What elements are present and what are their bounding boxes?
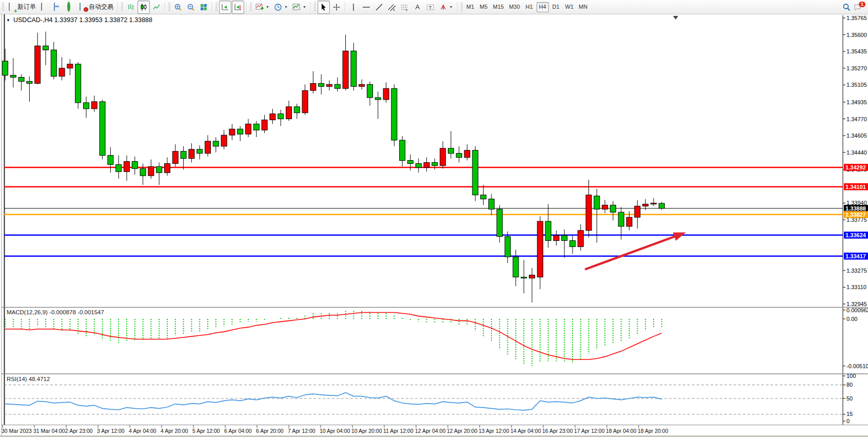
chart-shift-button[interactable] xyxy=(232,1,244,14)
vertical-line-icon xyxy=(349,3,358,11)
text-label-tool-button[interactable]: T xyxy=(424,1,437,14)
line-chart-mode-button[interactable] xyxy=(150,1,163,14)
zoom-out-icon xyxy=(187,3,195,11)
auto-trading-icon xyxy=(79,3,87,11)
toolbox-button[interactable] xyxy=(38,1,51,14)
trendline-tool-button[interactable] xyxy=(373,1,385,14)
price-tick-label: 1.32945 xyxy=(846,301,867,307)
bear-candle xyxy=(181,151,186,159)
timeframe-toolbar: M1M5M15M30H1H4D1W1MN xyxy=(464,2,589,12)
macd-axis-label: 0.00 xyxy=(846,316,857,322)
timeframe-D1[interactable]: D1 xyxy=(550,2,562,12)
market-watch-icon xyxy=(66,3,74,11)
price-tick-label: 1.35105 xyxy=(846,82,867,88)
indicators-caret: ▼ xyxy=(266,5,269,9)
new-order-icon: + xyxy=(8,3,16,11)
bear-candle xyxy=(351,51,357,86)
fibonacci-icon: F xyxy=(401,3,409,11)
bull-candle xyxy=(440,148,446,166)
time-axis-label: 4 Apr 20:00 xyxy=(161,428,188,434)
timeframe-M15[interactable]: M15 xyxy=(491,2,506,12)
timeframe-MN[interactable]: MN xyxy=(577,2,589,12)
chart-symbol-dropdown[interactable]: ▼ xyxy=(6,18,10,23)
fibonacci-tool-button[interactable]: F xyxy=(399,1,411,14)
bear-candle xyxy=(51,50,56,76)
arrows-tool-button[interactable]: ▼ xyxy=(437,1,455,14)
price-tick-label: 1.35765 xyxy=(846,15,867,21)
chart-window-icon xyxy=(53,3,62,11)
periods-button[interactable]: ▼ xyxy=(272,1,290,14)
svg-text:F: F xyxy=(406,9,408,11)
bear-candle xyxy=(3,61,8,75)
time-axis-label: 5 Apr 12:00 xyxy=(192,428,220,434)
price-tick-label: 1.34935 xyxy=(846,99,867,105)
arrows-caret: ▼ xyxy=(449,5,453,9)
bear-candle xyxy=(84,103,89,109)
new-order-button[interactable]: + 新订单 xyxy=(6,1,38,14)
bull-candle xyxy=(270,114,275,120)
bear-candle xyxy=(319,83,324,86)
bear-candle xyxy=(334,84,340,88)
candlestick-mode-button[interactable] xyxy=(137,1,150,14)
new-order-label: 新订单 xyxy=(17,3,36,11)
bar-chart-mode-button[interactable] xyxy=(125,1,137,14)
cursor-tool-button[interactable] xyxy=(318,1,330,14)
rsi-axis-label: 100 xyxy=(846,373,856,379)
auto-scroll-button[interactable] xyxy=(219,1,231,14)
bear-candle xyxy=(108,156,113,165)
time-axis-label: 2 Apr 23:00 xyxy=(65,428,93,434)
indicators-icon xyxy=(255,3,264,11)
timeframe-H1[interactable]: H1 xyxy=(523,2,536,12)
time-axis-label: 16 Apr 23:00 xyxy=(542,428,573,434)
line-chart-icon xyxy=(152,3,161,11)
toolbar-grip[interactable] xyxy=(2,3,4,12)
auto-trading-button[interactable]: 自动交易 xyxy=(77,1,115,14)
new-chart-button[interactable] xyxy=(51,1,64,14)
time-axis-label: 12 Apr 20:00 xyxy=(447,428,478,434)
timeframe-M1[interactable]: M1 xyxy=(464,2,477,12)
timeframe-H4[interactable]: H4 xyxy=(537,2,549,12)
bear-candle xyxy=(278,114,284,119)
bull-candle xyxy=(635,206,640,217)
search-icon[interactable] xyxy=(842,3,851,11)
bear-candle xyxy=(545,221,551,241)
zoom-in-button[interactable] xyxy=(172,1,184,14)
templates-button[interactable]: ▼ xyxy=(290,1,308,14)
crosshair-tool-button[interactable] xyxy=(330,1,343,14)
bear-candle xyxy=(27,81,32,83)
time-axis-label: 6 Apr 04:00 xyxy=(224,428,252,434)
macd-axis-label: -0.005107 xyxy=(846,363,868,369)
bull-candle xyxy=(643,204,648,206)
time-axis-label: 11 Apr 12:00 xyxy=(383,428,413,434)
bull-candle xyxy=(124,161,130,172)
market-watch-button[interactable] xyxy=(64,1,76,14)
bull-candle xyxy=(602,205,608,209)
bear-candle xyxy=(456,154,462,158)
horizontal-line-tool-button[interactable] xyxy=(360,1,372,14)
bull-candle xyxy=(246,124,251,134)
bull-candle xyxy=(165,163,170,173)
bar-chart-icon xyxy=(127,3,135,11)
vertical-line-tool-button[interactable] xyxy=(347,1,360,14)
notification-badge: 1 xyxy=(859,2,865,7)
text-tool-button[interactable]: A xyxy=(411,1,424,14)
bull-candle xyxy=(343,51,348,88)
price-badge-label: 1.33888 xyxy=(845,205,866,212)
bear-candle xyxy=(391,88,397,140)
rsi-axis-label: 0 xyxy=(846,418,850,424)
auto-trading-label: 自动交易 xyxy=(89,3,113,11)
bull-candle xyxy=(189,149,194,159)
tile-windows-icon xyxy=(200,3,208,11)
zoom-out-button[interactable] xyxy=(185,1,197,14)
indicators-button[interactable]: ▼ xyxy=(253,1,271,14)
timeframe-W1[interactable]: W1 xyxy=(563,2,576,12)
equidistant-channel-tool-button[interactable]: E xyxy=(386,1,398,14)
zoom-in-icon xyxy=(174,3,182,11)
notifications-button[interactable]: 1 xyxy=(854,3,864,11)
tile-windows-button[interactable] xyxy=(198,1,210,14)
timeframe-M5[interactable]: M5 xyxy=(478,2,490,12)
bear-candle xyxy=(513,257,519,277)
bull-candle xyxy=(172,151,178,164)
bear-candle xyxy=(659,203,664,208)
timeframe-M30[interactable]: M30 xyxy=(507,2,522,12)
